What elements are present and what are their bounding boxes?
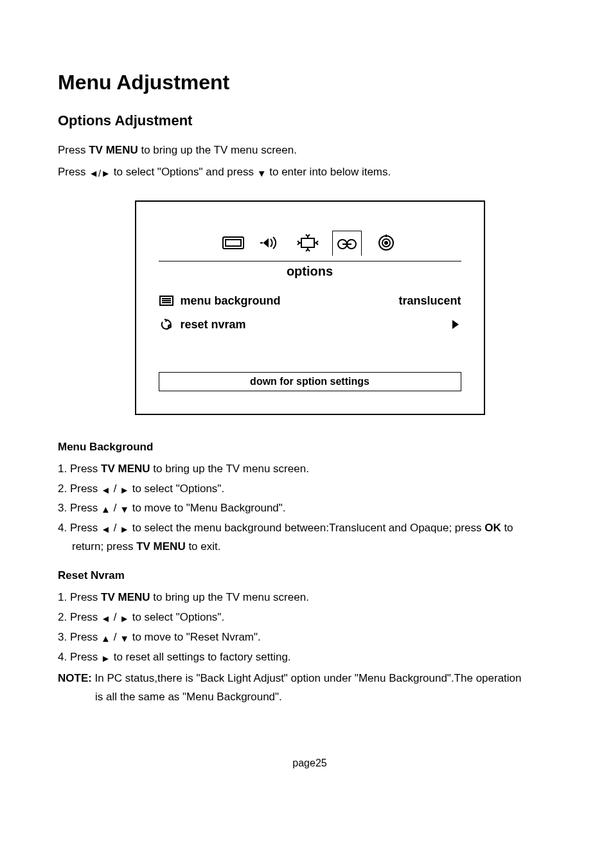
tab-options-selected bbox=[332, 231, 362, 256]
tab-options-icon bbox=[334, 233, 360, 256]
row-arrow-icon bbox=[450, 319, 461, 330]
text: to exit. bbox=[186, 540, 221, 553]
slash: / bbox=[111, 483, 120, 495]
down-arrow-icon: ▼ bbox=[120, 504, 129, 514]
key-tv-menu: TV MENU bbox=[89, 144, 138, 156]
left-arrow-icon: ◄ bbox=[101, 614, 111, 623]
osd-divider bbox=[159, 261, 461, 261]
key-ok: OK bbox=[484, 522, 501, 534]
tab-channels-icon bbox=[373, 231, 399, 254]
note: NOTE: In PC status,there is "Back Light … bbox=[58, 669, 562, 707]
slash: / bbox=[111, 502, 120, 514]
text: 1. Press bbox=[58, 463, 101, 475]
up-arrow-icon: ▲ bbox=[101, 633, 111, 643]
osd-panel: options menu background translucent rese… bbox=[135, 200, 485, 415]
osd-hint: down for sption settings bbox=[159, 372, 461, 391]
reset-nvram-heading: Reset Nvram bbox=[58, 569, 562, 582]
right-arrow-icon: ► bbox=[101, 168, 111, 178]
text: to bring up the TV menu screen. bbox=[150, 591, 309, 603]
right-arrow-icon: ► bbox=[120, 524, 129, 534]
osd-tab-label: options bbox=[159, 264, 461, 279]
osd-wrap: options menu background translucent rese… bbox=[58, 200, 562, 415]
svg-rect-1 bbox=[226, 240, 241, 246]
text: to bbox=[501, 522, 513, 534]
osd-tab-icons bbox=[159, 231, 461, 256]
key-tv-menu: TV MENU bbox=[101, 591, 150, 603]
row-label: menu background bbox=[181, 294, 281, 308]
svg-point-7 bbox=[385, 242, 387, 244]
nv-step-2: 2. Press ◄ / ► to select "Options". bbox=[58, 608, 562, 627]
tab-sound-icon bbox=[258, 231, 283, 254]
text: 2. Press bbox=[58, 483, 98, 495]
section-subtitle: Options Adjustment bbox=[58, 112, 562, 129]
step-wrap: return; press TV MENU to exit. bbox=[58, 538, 562, 556]
slash: / bbox=[111, 522, 120, 534]
tab-picture-icon bbox=[220, 231, 246, 254]
text: to move to "Reset Nvram". bbox=[132, 631, 261, 643]
left-arrow-icon: ◄ bbox=[101, 524, 111, 534]
text: to enter into below items. bbox=[269, 166, 391, 178]
text: to move to "Menu Background". bbox=[132, 502, 286, 514]
text: to reset all settings to factory setting… bbox=[114, 651, 291, 663]
text: 4. Press bbox=[58, 651, 98, 663]
svg-rect-2 bbox=[301, 238, 314, 247]
text: to select "Options" and press bbox=[114, 166, 254, 178]
page-number: page25 bbox=[58, 757, 562, 769]
bg-step-4: 4. Press ◄ / ► to select the menu backgr… bbox=[58, 519, 562, 556]
text: 2. Press bbox=[58, 611, 98, 623]
manual-page: Menu Adjustment Options Adjustment Press… bbox=[0, 0, 613, 808]
key-tv-menu: TV MENU bbox=[101, 463, 150, 475]
note-label: NOTE: bbox=[58, 672, 92, 684]
slash: / bbox=[111, 611, 120, 623]
menu-background-heading: Menu Background bbox=[58, 441, 562, 454]
up-arrow-icon: ▲ bbox=[101, 504, 111, 514]
note-text-2: is all the same as "Menu Background". bbox=[58, 688, 562, 707]
bg-step-2: 2. Press ◄ / ► to select "Options". bbox=[58, 480, 562, 499]
left-arrow-icon: ◄ bbox=[89, 168, 98, 178]
text: 4. Press bbox=[58, 522, 98, 534]
right-arrow-icon: ► bbox=[120, 485, 129, 495]
right-arrow-icon: ► bbox=[101, 653, 111, 663]
text: to bring up the TV menu screen. bbox=[138, 144, 297, 156]
text: to select "Options". bbox=[132, 611, 224, 623]
text: to select the menu background between:Tr… bbox=[132, 522, 484, 534]
row-label: reset nvram bbox=[181, 318, 246, 332]
row-value: translucent bbox=[398, 294, 461, 308]
right-arrow-icon: ► bbox=[120, 614, 129, 623]
left-arrow-icon: ◄ bbox=[101, 485, 111, 495]
intro-line-2: Press ◄ / ► to select "Options" and pres… bbox=[58, 164, 562, 181]
key-tv-menu: TV MENU bbox=[136, 540, 186, 553]
bg-step-1: 1. Press TV MENU to bring up the TV menu… bbox=[58, 460, 562, 479]
reset-icon bbox=[159, 318, 174, 331]
page-title: Menu Adjustment bbox=[58, 71, 562, 94]
nv-step-3: 3. Press ▲ / ▼ to move to "Reset Nvram". bbox=[58, 628, 562, 647]
note-text: In PC status,there is "Back Light Adjust… bbox=[92, 672, 522, 684]
slash: / bbox=[111, 631, 120, 643]
text: Press bbox=[58, 144, 89, 156]
list-icon bbox=[159, 294, 174, 307]
text: 3. Press bbox=[58, 631, 98, 643]
intro-line-1: Press TV MENU to bring up the TV menu sc… bbox=[58, 142, 562, 159]
text: Press bbox=[58, 166, 85, 178]
text: to select "Options". bbox=[132, 483, 224, 495]
nv-step-1: 1. Press TV MENU to bring up the TV menu… bbox=[58, 589, 562, 607]
nv-step-4: 4. Press ► to reset all settings to fact… bbox=[58, 648, 562, 667]
osd-row-menu-background: menu background translucent bbox=[159, 289, 461, 313]
text: 1. Press bbox=[58, 591, 101, 603]
text: 3. Press bbox=[58, 502, 98, 514]
bg-step-3: 3. Press ▲ / ▼ to move to "Menu Backgrou… bbox=[58, 499, 562, 518]
text: return; press bbox=[72, 540, 136, 553]
down-arrow-icon: ▼ bbox=[120, 633, 129, 643]
text: to bring up the TV menu screen. bbox=[150, 463, 309, 475]
osd-row-reset-nvram: reset nvram bbox=[159, 313, 461, 337]
down-arrow-icon: ▼ bbox=[257, 168, 267, 178]
tab-screen-icon bbox=[295, 231, 321, 254]
